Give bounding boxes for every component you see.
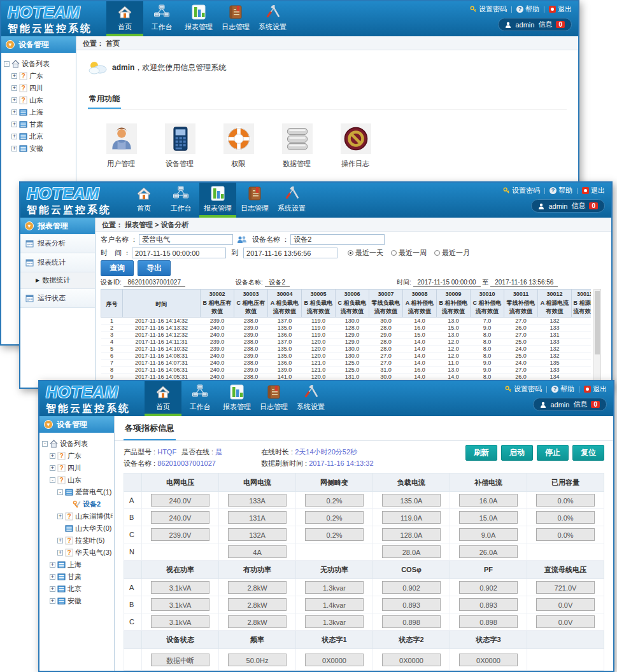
nav-item-home[interactable]: 首页: [145, 381, 181, 416]
tree-node[interactable]: +?山东: [3, 94, 74, 106]
export-button[interactable]: 导出: [138, 260, 171, 276]
set-password-link[interactable]: 设置密码: [503, 186, 540, 195]
expand-icon[interactable]: +: [50, 465, 55, 471]
refresh-button[interactable]: 刷新: [465, 445, 497, 461]
tree-node[interactable]: +北京: [3, 130, 74, 143]
tree-node[interactable]: +北京: [41, 583, 113, 595]
tree-node[interactable]: 设备2: [41, 498, 113, 510]
query-button[interactable]: 查询: [101, 260, 134, 276]
radio-last-day[interactable]: [348, 250, 353, 256]
tree-node[interactable]: -?山东: [41, 474, 113, 486]
expand-icon[interactable]: +: [11, 85, 17, 91]
stop-button[interactable]: 停止: [537, 445, 569, 461]
nav-item-logs[interactable]: 日志管理: [236, 183, 273, 218]
nav-item-settings[interactable]: 系统设置: [292, 381, 329, 416]
tree-node[interactable]: +上海: [3, 106, 74, 118]
logout-link[interactable]: 退出: [549, 4, 572, 14]
collapse-icon[interactable]: -: [4, 61, 10, 67]
expand-icon[interactable]: +: [11, 122, 17, 127]
set-password-link[interactable]: 设置密码: [505, 384, 542, 394]
tree-node[interactable]: +?华天电气(3): [41, 547, 113, 559]
function-shortcut[interactable]: 操作日志: [336, 123, 376, 169]
table-row[interactable]: 42017-11-16 14:11:31239.0238.0137.0120.0…: [101, 339, 592, 346]
function-shortcut[interactable]: 设备管理: [160, 123, 200, 169]
tree-node[interactable]: -设备列表: [41, 438, 113, 450]
sidebar-item-running-status[interactable]: 运行状态: [20, 289, 95, 308]
scrollbar-thumb[interactable]: [595, 291, 600, 354]
expand-icon[interactable]: +: [50, 562, 55, 568]
nav-item-reports[interactable]: 报表管理: [180, 1, 217, 36]
tree-node[interactable]: +甘肃: [3, 118, 74, 130]
nav-item-workbench[interactable]: 工作台: [181, 381, 218, 416]
tree-node[interactable]: +安徽: [41, 595, 113, 607]
expand-icon[interactable]: +: [11, 109, 17, 115]
nav-item-reports[interactable]: 报表管理: [199, 183, 236, 218]
start-button[interactable]: 启动: [501, 445, 533, 461]
user-pill[interactable]: admin 信息 0: [533, 398, 607, 411]
tree-node[interactable]: +?山东淄博供电(1): [41, 510, 113, 522]
device-name-input[interactable]: [290, 234, 385, 245]
set-password-link[interactable]: 设置密码: [470, 4, 507, 14]
function-shortcut[interactable]: 用户管理: [102, 123, 141, 169]
expand-icon[interactable]: +: [11, 73, 17, 79]
expand-icon[interactable]: +: [57, 514, 63, 519]
nav-item-settings[interactable]: 系统设置: [273, 183, 310, 218]
logout-link[interactable]: 退出: [584, 384, 607, 394]
radio-last-week[interactable]: [391, 250, 397, 256]
collapse-icon[interactable]: -: [57, 489, 63, 495]
expand-icon[interactable]: +: [57, 550, 63, 556]
expand-icon[interactable]: +: [50, 574, 55, 580]
expand-icon[interactable]: +: [57, 538, 63, 543]
expand-icon[interactable]: +: [50, 586, 55, 592]
vertical-scrollbar[interactable]: [593, 289, 601, 388]
sidebar-item-report-statistics[interactable]: 报表统计: [20, 253, 95, 272]
logout-link[interactable]: 退出: [582, 186, 605, 195]
help-link[interactable]: ? 帮助: [516, 4, 539, 14]
table-row[interactable]: 12017-11-16 14:14:32239.0238.0137.0119.0…: [101, 318, 592, 325]
collapse-icon[interactable]: -: [50, 477, 55, 483]
nav-item-logs[interactable]: 日志管理: [217, 1, 254, 36]
nav-item-reports[interactable]: 报表管理: [218, 381, 255, 416]
time-to-input[interactable]: [243, 248, 337, 258]
customer-name-input[interactable]: [139, 234, 233, 245]
tree-node[interactable]: +安徽: [3, 143, 74, 155]
tree-node[interactable]: -设备列表: [3, 58, 74, 70]
tree-node[interactable]: +上海: [41, 559, 113, 571]
tree-node[interactable]: +?四川: [41, 462, 113, 474]
nav-item-workbench[interactable]: 工作台: [143, 1, 180, 36]
tree-node[interactable]: +?广东: [41, 450, 113, 462]
table-row[interactable]: 62017-11-16 14:08:31240.0239.0135.0120.0…: [101, 353, 592, 360]
expand-icon[interactable]: +: [11, 97, 17, 103]
expand-icon[interactable]: +: [11, 146, 17, 151]
table-row[interactable]: 92017-11-16 14:05:31240.0238.0141.0120.0…: [101, 374, 592, 381]
collapse-icon[interactable]: -: [42, 441, 48, 447]
table-row[interactable]: 32017-11-16 14:12:32240.0239.0136.0119.0…: [101, 332, 592, 339]
tree-node[interactable]: +?拉斐叶(5): [41, 535, 113, 547]
tree-node[interactable]: 山大华天(0): [41, 522, 113, 535]
function-shortcut[interactable]: 数据管理: [278, 123, 317, 169]
nav-item-home[interactable]: 首页: [106, 1, 143, 36]
nav-item-home[interactable]: 首页: [125, 183, 162, 218]
expand-icon[interactable]: +: [50, 453, 55, 459]
expand-icon[interactable]: +: [11, 134, 17, 139]
sidebar-header[interactable]: ▼ 设备管理: [1, 36, 76, 53]
sidebar-item-report-analysis[interactable]: 报表分析: [20, 234, 95, 253]
tree-node[interactable]: +?广东: [3, 70, 74, 82]
radio-last-month[interactable]: [434, 250, 440, 256]
tree-node[interactable]: +甘肃: [41, 571, 113, 583]
sidebar-header[interactable]: ▼ 报表管理: [20, 218, 95, 234]
help-link[interactable]: ? 帮助: [551, 384, 574, 394]
time-from-input[interactable]: [132, 248, 226, 258]
tree-node[interactable]: +?四川: [3, 82, 74, 94]
help-link[interactable]: ? 帮助: [550, 186, 572, 195]
sidebar-item-data-statistics[interactable]: ▶ 数据统计: [20, 272, 95, 289]
table-row[interactable]: 22017-11-16 14:13:32240.0239.0135.0119.0…: [101, 325, 592, 332]
nav-item-logs[interactable]: 日志管理: [255, 381, 292, 416]
user-pill[interactable]: admin 信息 0: [531, 199, 605, 213]
user-pill[interactable]: admin 信息 0: [498, 18, 572, 31]
reset-button[interactable]: 复位: [572, 445, 604, 461]
nav-item-workbench[interactable]: 工作台: [162, 183, 199, 218]
sidebar-header[interactable]: ▼ 设备管理: [39, 416, 114, 433]
table-row[interactable]: 82017-11-16 14:06:31240.0239.0139.0121.0…: [101, 367, 592, 374]
table-row[interactable]: 72017-11-16 14:07:31240.0238.0136.0121.0…: [101, 360, 592, 367]
